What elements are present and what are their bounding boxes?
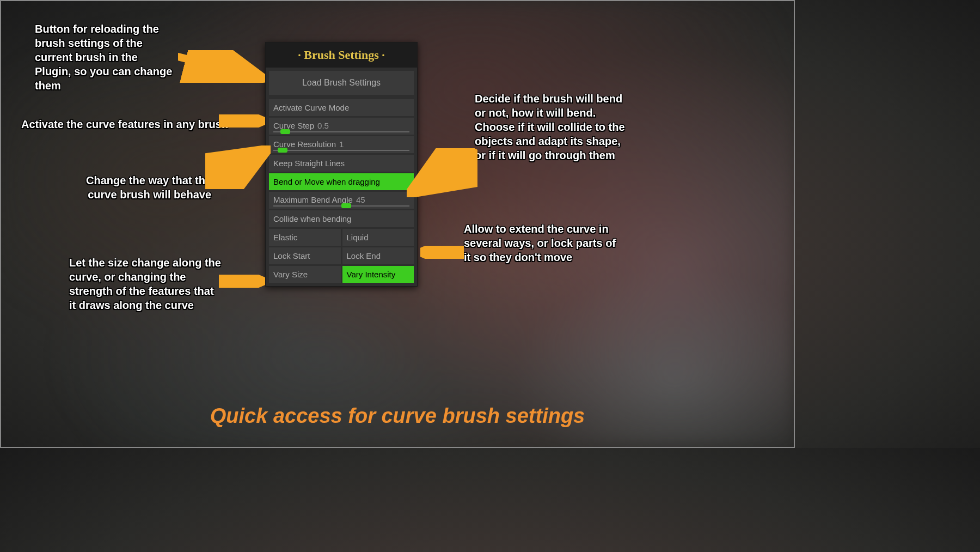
arrow-icon bbox=[178, 50, 265, 83]
load-brush-settings-button[interactable]: Load Brush Settings bbox=[269, 71, 414, 95]
annotation-vary: Let the size change along the curve, or … bbox=[69, 256, 222, 312]
bend-or-move-button[interactable]: Bend or Move when dragging bbox=[269, 173, 414, 190]
arrow-icon bbox=[420, 246, 464, 259]
curve-resolution-slider[interactable]: Curve Resolution 1 bbox=[269, 136, 414, 153]
panel-title: · Brush Settings · bbox=[266, 43, 417, 68]
slider-thumb[interactable] bbox=[341, 203, 351, 208]
collide-when-bending-button[interactable]: Collide when bending bbox=[269, 210, 414, 227]
keep-straight-lines-button[interactable]: Keep Straight Lines bbox=[269, 155, 414, 172]
arrow-icon bbox=[219, 275, 265, 288]
curve-step-slider[interactable]: Curve Step 0.5 bbox=[269, 118, 414, 135]
annotation-extend: Allow to extend the curve in several way… bbox=[464, 222, 622, 264]
slider-thumb[interactable] bbox=[280, 129, 290, 134]
svg-line-3 bbox=[210, 151, 265, 184]
annotation-behave: Change the way that the curve brush will… bbox=[70, 173, 211, 202]
svg-line-1 bbox=[178, 57, 260, 77]
max-bend-angle-label: Maximum Bend Angle bbox=[273, 195, 353, 204]
vary-size-button[interactable]: Vary Size bbox=[269, 266, 341, 283]
max-bend-angle-slider[interactable]: Maximum Bend Angle 45 bbox=[269, 192, 414, 209]
brush-settings-panel: · Brush Settings · Load Brush Settings A… bbox=[265, 42, 418, 287]
arrow-icon bbox=[205, 145, 271, 189]
arrow-icon bbox=[407, 148, 477, 197]
elastic-button[interactable]: Elastic bbox=[269, 229, 341, 246]
lock-start-button[interactable]: Lock Start bbox=[269, 247, 341, 264]
curve-resolution-value: 1 bbox=[339, 139, 344, 149]
curve-step-label: Curve Step bbox=[273, 121, 314, 130]
lock-end-button[interactable]: Lock End bbox=[342, 247, 414, 264]
annotation-activate: Activate the curve features in any brush bbox=[21, 117, 228, 131]
max-bend-angle-value: 45 bbox=[356, 195, 365, 204]
vary-intensity-button[interactable]: Vary Intensity bbox=[342, 266, 414, 283]
arrow-icon bbox=[219, 114, 265, 128]
footer-title: Quick access for curve brush settings bbox=[1, 404, 794, 428]
liquid-button[interactable]: Liquid bbox=[342, 229, 414, 246]
activate-curve-mode-button[interactable]: Activate Curve Mode bbox=[269, 99, 414, 116]
svg-line-4 bbox=[412, 153, 475, 192]
annotation-reload: Button for reloading the brush settings … bbox=[35, 22, 176, 93]
annotation-bend: Decide if the brush will bend or not, ho… bbox=[475, 92, 627, 162]
curve-step-value: 0.5 bbox=[317, 121, 329, 130]
slider-thumb[interactable] bbox=[278, 148, 287, 153]
